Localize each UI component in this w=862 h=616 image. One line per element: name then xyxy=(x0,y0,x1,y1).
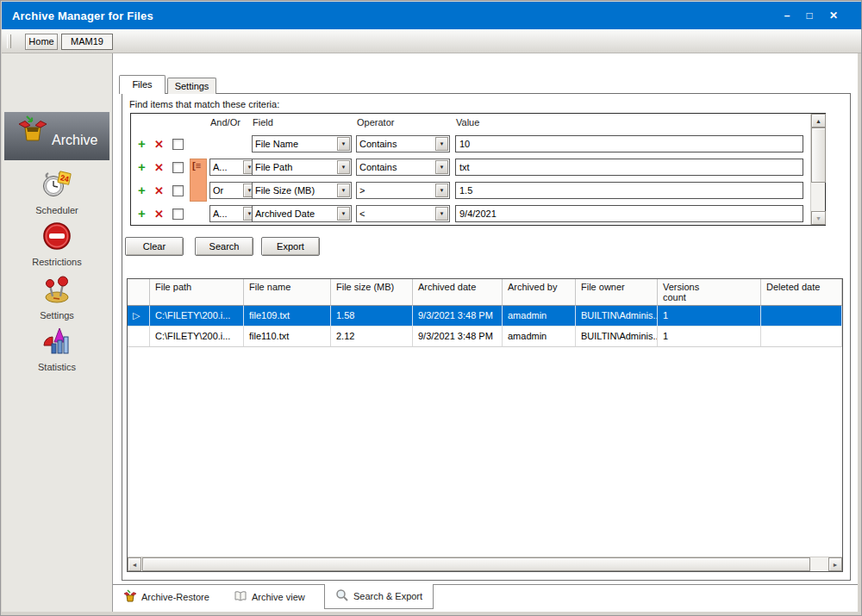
bottom-tab-search-export[interactable]: Search & Export xyxy=(324,584,434,609)
column-header[interactable]: File path xyxy=(150,279,244,306)
criteria-header-andor: And/Or xyxy=(210,117,240,128)
sidebar-item-archive[interactable]: Archive xyxy=(4,112,109,160)
add-criteria-icon[interactable]: + xyxy=(138,159,146,175)
criteria-checkbox[interactable] xyxy=(172,185,184,196)
scheduler-clock-icon: 24 xyxy=(41,167,73,203)
scroll-right-icon[interactable]: ► xyxy=(828,557,842,571)
table-row-selected[interactable]: ▷ C:\FILETY\200.i... file109.txt 1.58 9/… xyxy=(128,306,842,327)
row-selector-header[interactable] xyxy=(128,279,150,306)
horizontal-scrollbar[interactable]: ◄ ► xyxy=(128,557,842,571)
sidebar-item-label: Archive xyxy=(52,133,97,147)
scroll-down-icon[interactable]: ▼ xyxy=(811,211,826,225)
cell-file-size: 2.12 xyxy=(331,327,413,347)
sidebar-item-statistics[interactable]: Statistics xyxy=(2,324,112,372)
close-button[interactable]: ✕ xyxy=(827,9,840,22)
results-header: File path File name File size (MB) Archi… xyxy=(128,279,842,306)
sidebar-item-restrictions[interactable]: Restrictions xyxy=(2,219,112,267)
chevron-down-icon[interactable]: ▼ xyxy=(337,160,350,174)
column-header[interactable]: Deleted date xyxy=(761,279,842,306)
toolbar-grip[interactable] xyxy=(7,34,11,48)
add-criteria-icon[interactable]: + xyxy=(138,136,146,152)
add-criteria-icon[interactable]: + xyxy=(138,206,146,221)
book-icon xyxy=(234,589,247,605)
criteria-grid: And/Or Field Operator Value [≡ + ✕ File … xyxy=(130,113,826,226)
sidebar-item-scheduler[interactable]: 24 Scheduler xyxy=(2,165,112,215)
home-button[interactable]: Home xyxy=(25,34,58,50)
archive-box-icon xyxy=(123,589,137,605)
andor-select[interactable]: Or▼ xyxy=(209,182,258,199)
criteria-checkbox[interactable] xyxy=(172,208,184,220)
delete-criteria-icon[interactable]: ✕ xyxy=(154,137,164,152)
delete-criteria-icon[interactable]: ✕ xyxy=(154,160,164,176)
bottom-tab-label: Archive-Restore xyxy=(141,592,209,602)
criteria-checkbox[interactable] xyxy=(172,139,184,150)
cell-archived-by: amadmin xyxy=(503,306,576,327)
criteria-scrollbar[interactable]: ▲ ▼ xyxy=(810,114,825,225)
chevron-down-icon[interactable]: ▼ xyxy=(337,137,350,151)
scrollbar-thumb[interactable] xyxy=(811,128,826,183)
statistics-chart-icon xyxy=(41,326,72,360)
field-select[interactable]: File Path▼ xyxy=(252,159,352,176)
minimize-button[interactable]: – xyxy=(780,9,794,22)
chevron-down-icon[interactable]: ▼ xyxy=(435,184,448,197)
tab-settings[interactable]: Settings xyxy=(167,78,216,94)
tab-files[interactable]: Files xyxy=(119,75,166,94)
column-header[interactable]: File owner xyxy=(576,279,658,306)
column-header[interactable]: Archived date xyxy=(413,279,503,306)
cell-archived-date: 9/3/2021 3:48 PM xyxy=(413,327,503,347)
field-select[interactable]: File Name▼ xyxy=(252,135,352,152)
andor-select[interactable]: A...▼ xyxy=(209,159,258,176)
scrollbar-thumb[interactable] xyxy=(142,557,810,571)
criteria-row: + ✕ Or▼ File Size (MB)▼ >▼ xyxy=(131,179,810,202)
value-input[interactable] xyxy=(455,135,803,152)
criteria-row: + ✕ File Name▼ Contains▼ xyxy=(131,133,810,156)
search-button[interactable]: Search xyxy=(195,237,253,256)
criteria-row: + ✕ A...▼ File Path▼ Contains▼ xyxy=(131,156,810,179)
value-input[interactable] xyxy=(455,159,803,176)
sidebar-item-label: Scheduler xyxy=(2,205,112,215)
column-header[interactable]: File name xyxy=(244,279,331,306)
sidebar-item-settings[interactable]: Settings xyxy=(2,271,112,320)
criteria-checkbox[interactable] xyxy=(172,162,184,173)
bottom-tab-archive-view[interactable]: Archive view xyxy=(228,586,310,607)
sidebar: Archive 24 Scheduler xyxy=(2,53,113,616)
bottom-tab-archive-restore[interactable]: Archive-Restore xyxy=(118,586,215,607)
maximize-button[interactable]: □ xyxy=(803,9,816,22)
svg-text:24: 24 xyxy=(59,173,70,184)
scroll-up-icon[interactable]: ▲ xyxy=(811,114,826,128)
value-input[interactable] xyxy=(455,182,803,199)
criteria-header-value: Value xyxy=(456,117,479,128)
bottom-tab-label: Archive view xyxy=(252,592,305,602)
chevron-down-icon[interactable]: ▼ xyxy=(435,207,448,221)
field-select[interactable]: Archived Date▼ xyxy=(252,205,352,222)
server-tab-mam19[interactable]: MAM19 xyxy=(61,34,113,50)
operator-select[interactable]: Contains▼ xyxy=(356,135,450,152)
andor-select[interactable]: A...▼ xyxy=(209,205,258,222)
chevron-down-icon[interactable]: ▼ xyxy=(435,160,448,174)
operator-select[interactable]: <▼ xyxy=(356,205,450,222)
add-criteria-icon[interactable]: + xyxy=(138,183,146,198)
column-header[interactable]: File size (MB) xyxy=(331,279,413,306)
delete-criteria-icon[interactable]: ✕ xyxy=(154,184,164,199)
operator-select[interactable]: >▼ xyxy=(356,182,450,199)
chevron-down-icon[interactable]: ▼ xyxy=(337,207,350,221)
value-input[interactable] xyxy=(455,205,803,222)
chevron-down-icon[interactable]: ▼ xyxy=(435,137,448,151)
clear-button[interactable]: Clear xyxy=(125,237,184,256)
scroll-left-icon[interactable]: ◄ xyxy=(128,557,141,571)
cell-deleted-date xyxy=(761,327,842,347)
criteria-caption: Find items that match these criteria: xyxy=(129,99,279,109)
column-header[interactable]: Archived by xyxy=(503,279,576,306)
results-table: File path File name File size (MB) Archi… xyxy=(127,278,843,572)
cell-file-size: 1.58 xyxy=(331,306,413,327)
delete-criteria-icon[interactable]: ✕ xyxy=(154,207,164,222)
column-header[interactable]: Versions count xyxy=(658,279,761,306)
table-row[interactable]: C:\FILETY\200.i... file110.txt 2.12 9/3/… xyxy=(128,327,842,347)
settings-joystick-icon xyxy=(41,272,73,308)
cell-file-name: file110.txt xyxy=(244,327,331,347)
export-button[interactable]: Export xyxy=(261,237,320,256)
operator-select[interactable]: Contains▼ xyxy=(356,159,450,176)
chevron-down-icon[interactable]: ▼ xyxy=(337,184,350,197)
field-select[interactable]: File Size (MB)▼ xyxy=(252,182,352,199)
sidebar-item-label: Restrictions xyxy=(2,257,112,267)
